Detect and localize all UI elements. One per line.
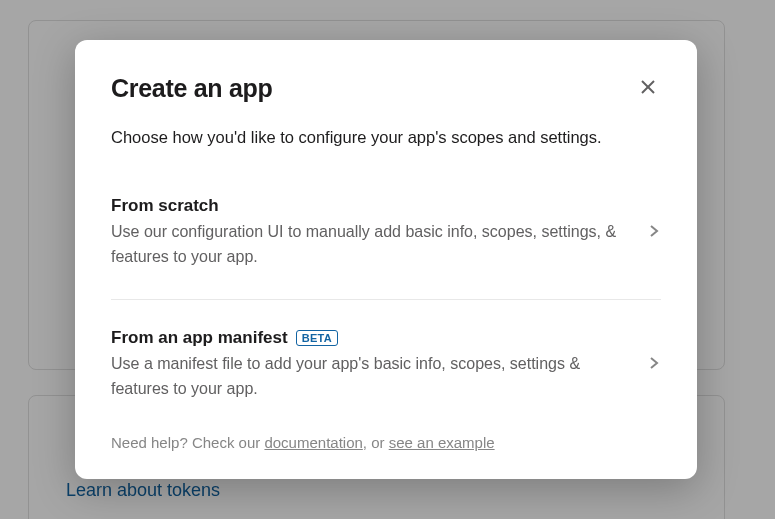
option-description: Use our configuration UI to manually add… <box>111 220 627 270</box>
option-title: From scratch <box>111 196 219 216</box>
option-title-row: From scratch <box>111 196 627 216</box>
option-title-row: From an app manifest BETA <box>111 328 627 348</box>
help-prefix: Need help? Check our <box>111 434 264 451</box>
chevron-right-icon <box>647 356 661 374</box>
chevron-right-icon <box>647 224 661 242</box>
option-from-scratch[interactable]: From scratch Use our configuration UI to… <box>111 186 661 288</box>
modal-subtitle: Choose how you'd like to configure your … <box>111 125 661 150</box>
beta-badge: BETA <box>296 330 338 346</box>
see-example-link[interactable]: see an example <box>389 434 495 451</box>
create-app-modal: Create an app Choose how you'd like to c… <box>75 40 697 479</box>
documentation-link[interactable]: documentation <box>264 434 362 451</box>
option-description: Use a manifest file to add your app's ba… <box>111 352 627 402</box>
option-content: From an app manifest BETA Use a manifest… <box>111 328 647 402</box>
option-content: From scratch Use our configuration UI to… <box>111 196 647 270</box>
close-button[interactable] <box>635 74 661 100</box>
help-text: Need help? Check our documentation, or s… <box>111 434 661 451</box>
modal-header: Create an app <box>111 74 661 103</box>
help-middle: , or <box>363 434 389 451</box>
option-title: From an app manifest <box>111 328 288 348</box>
close-icon <box>639 78 657 96</box>
modal-title: Create an app <box>111 74 272 103</box>
divider <box>111 299 661 300</box>
option-from-manifest[interactable]: From an app manifest BETA Use a manifest… <box>111 318 661 420</box>
